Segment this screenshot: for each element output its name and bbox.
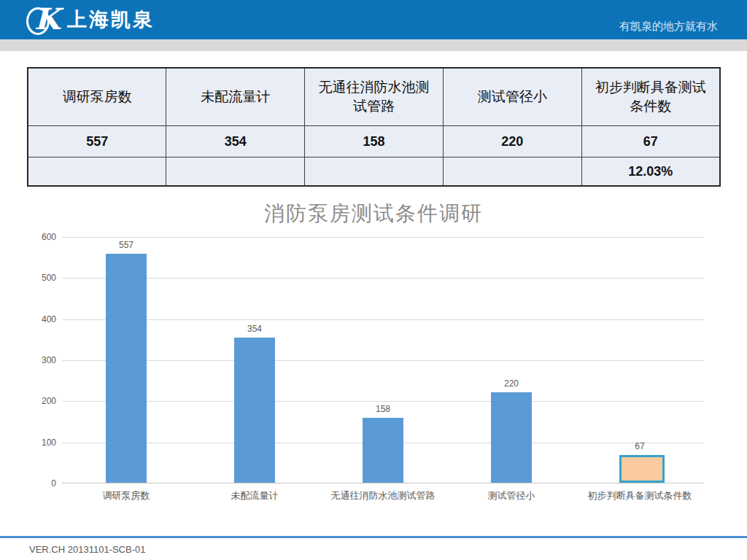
table-values-row: 557 354 158 220 67	[28, 126, 720, 158]
y-axis-tick-label: 100	[26, 438, 56, 448]
bar-highlighted	[619, 455, 665, 483]
bar-value-label: 557	[97, 240, 155, 250]
gridline	[62, 483, 704, 483]
bar	[363, 418, 403, 483]
bar-value-label: 220	[482, 378, 541, 389]
table-percentage-row: 12.03%	[28, 158, 720, 187]
bar-value-label: 67	[611, 441, 669, 451]
company-name: 上海凯泉	[67, 7, 155, 33]
column-header: 无通往消防水池测试管路	[305, 68, 444, 126]
company-slogan: 有凯泉的地方就有水	[619, 20, 718, 34]
bar	[234, 338, 275, 483]
header-divider-strip	[0, 39, 747, 51]
bar	[106, 254, 147, 483]
table-cell	[443, 158, 581, 187]
footer-divider-line	[0, 536, 747, 538]
y-axis-tick-label: 0	[26, 478, 56, 489]
table-cell: 220	[443, 126, 581, 158]
gridline	[62, 360, 704, 361]
table-cell: 557	[28, 126, 166, 158]
x-axis-category-label: 无通往消防水池测试管路	[319, 489, 447, 502]
company-logo: K 上海凯泉	[25, 5, 155, 34]
gridline	[62, 278, 704, 279]
table-cell	[305, 158, 444, 187]
x-axis-category-label: 调研泵房数	[62, 489, 190, 502]
survey-summary-table: 调研泵房数 未配流量计 无通往消防水池测试管路 测试管径小 初步判断具备测试条件…	[27, 67, 721, 187]
y-axis-tick-label: 400	[26, 314, 56, 324]
table-cell: 158	[305, 126, 444, 158]
table-cell: 67	[581, 126, 720, 158]
y-axis-tick-label: 300	[26, 355, 56, 365]
version-label: VER.CH 20131101-SCB-01	[29, 544, 145, 555]
chart-title: 消防泵房测试条件调研	[0, 200, 747, 228]
column-header: 未配流量计	[166, 68, 305, 126]
gridline	[62, 401, 704, 402]
bar-value-label: 354	[225, 324, 284, 334]
y-axis-tick-label: 500	[26, 273, 56, 283]
table-cell	[166, 158, 305, 187]
y-axis-tick-label: 600	[26, 232, 56, 242]
y-axis-tick-label: 200	[26, 396, 56, 406]
x-axis-category-label: 初步判断具备测试条件数	[576, 489, 704, 502]
table-cell: 354	[166, 126, 305, 158]
table-cell	[28, 158, 166, 187]
brand-header-bar: K 上海凯泉 有凯泉的地方就有水	[0, 0, 747, 39]
gridline	[62, 319, 704, 320]
kaiquan-logo-icon: K	[25, 5, 63, 34]
table-header-row: 调研泵房数 未配流量计 无通往消防水池测试管路 测试管径小 初步判断具备测试条件…	[28, 68, 720, 126]
gridline	[62, 237, 704, 238]
bar-value-label: 158	[354, 404, 412, 414]
bar	[491, 392, 532, 483]
table-cell: 12.03%	[581, 158, 720, 187]
column-header: 调研泵房数	[28, 68, 166, 126]
x-axis-category-label: 未配流量计	[190, 489, 319, 502]
column-header: 初步判断具备测试条件数	[581, 68, 720, 126]
presentation-slide: K 上海凯泉 有凯泉的地方就有水 调研泵房数 未配流量计 无通往消防水池测试管路…	[0, 0, 747, 560]
column-header: 测试管径小	[443, 68, 581, 126]
x-axis-category-label: 测试管径小	[447, 489, 576, 502]
plot-area: 0100200300400500600557调研泵房数354未配流量计158无通…	[62, 237, 704, 483]
